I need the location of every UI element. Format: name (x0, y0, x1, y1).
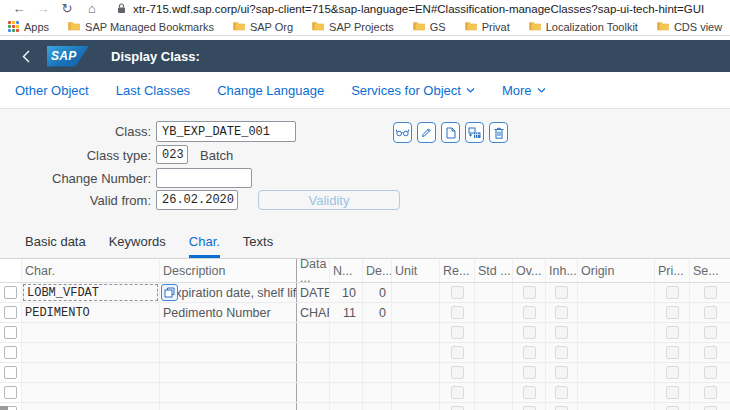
char-cell[interactable] (22, 403, 160, 410)
header-number[interactable]: N... (330, 259, 363, 282)
char-cell[interactable] (22, 383, 160, 402)
description-cell (160, 383, 297, 402)
header-char[interactable]: Char. (22, 259, 160, 282)
apps-shortcut[interactable]: Apps (8, 21, 49, 33)
decimals-cell (363, 343, 392, 362)
print-checkbox (666, 366, 679, 379)
unit-cell (392, 323, 440, 342)
reload-icon[interactable]: ↻ (55, 0, 79, 18)
display-button[interactable] (393, 122, 412, 143)
bookmarks-bar: Apps SAP Managed Bookmarks SAP Org SAP P… (0, 18, 730, 35)
header-inherited[interactable]: Inh... (546, 259, 578, 282)
row-select-checkbox[interactable] (4, 326, 17, 339)
header-decimals[interactable]: De... (363, 259, 392, 282)
header-required[interactable]: Re... (440, 259, 475, 282)
unit-cell (392, 363, 440, 382)
print-checkbox (666, 306, 679, 319)
copy-button[interactable] (441, 122, 460, 143)
row-select-checkbox[interactable] (4, 346, 17, 359)
folder-icon (413, 21, 425, 33)
header-print[interactable]: Pri... (655, 259, 690, 282)
delete-button[interactable] (489, 122, 508, 143)
char-cell[interactable] (22, 363, 160, 382)
bookmark-folder[interactable]: CDS view (657, 21, 722, 33)
decimals-cell: 0 (363, 303, 392, 322)
char-cell[interactable]: LOBM_VFDAT (23, 284, 158, 301)
address-bar[interactable]: xtr-715.wdf.sap.corp/ui?sap-client=715&s… (117, 0, 704, 18)
bookmark-folder[interactable]: SAP Projects (312, 21, 394, 33)
decimals-cell (363, 363, 392, 382)
header-description[interactable]: Description (160, 259, 297, 282)
back-icon[interactable]: ← (7, 0, 31, 18)
class-input[interactable]: YB_EXP_DATE_001 (156, 121, 296, 142)
class-type-input[interactable]: 023 (156, 145, 188, 164)
copy-class-button[interactable] (465, 122, 484, 143)
row-select-checkbox[interactable] (4, 286, 17, 299)
class-type-label: Class type: (0, 148, 151, 163)
header-overwrite[interactable]: Ov... (513, 259, 546, 282)
description-cell: Expiration date, shelf life (160, 286, 297, 300)
std-value-cell (475, 363, 513, 382)
data-type-cell: DATE (297, 283, 330, 302)
lock-icon[interactable] (117, 0, 126, 18)
char-cell[interactable]: PEDIMENTO (22, 303, 160, 322)
header-data-type[interactable]: Data ... (297, 259, 330, 282)
edit-button[interactable] (417, 122, 436, 143)
class-header-form: Class: YB_EXP_DATE_001 Class type: 023 (0, 109, 730, 227)
row-select-checkbox[interactable] (4, 306, 17, 319)
print-checkbox (666, 406, 679, 410)
bookmark-folder[interactable]: SAP Org (233, 21, 293, 33)
std-value-cell (475, 303, 513, 322)
char-cell[interactable] (22, 323, 160, 342)
sap-shellbar: SAP Display Class: (0, 40, 730, 72)
class-label: Class: (0, 124, 151, 139)
validity-button[interactable]: Validity (258, 190, 400, 210)
menu-change-language[interactable]: Change Language (217, 83, 324, 98)
required-checkbox (451, 306, 464, 319)
back-chevron-icon[interactable] (22, 50, 30, 63)
table-row-empty (0, 323, 730, 343)
glasses-icon (396, 128, 409, 137)
open-values-icon[interactable] (161, 284, 178, 301)
std-value-cell (475, 383, 513, 402)
tab-keywords[interactable]: Keywords (109, 234, 166, 258)
menu-more[interactable]: More (502, 83, 546, 98)
origin-cell (578, 403, 655, 410)
menu-services-for-object[interactable]: Services for Object (351, 83, 475, 98)
valid-from-input[interactable]: 26.02.2020 (156, 190, 238, 210)
characteristics-table: Char. Description Data ... N... De... Un… (0, 259, 730, 410)
row-select-checkbox[interactable] (4, 366, 17, 379)
header-search[interactable]: Se... (690, 259, 730, 282)
overwrite-checkbox (523, 286, 536, 299)
menu-other-object[interactable]: Other Object (15, 83, 89, 98)
search-checkbox (704, 306, 717, 319)
menu-last-classes[interactable]: Last Classes (116, 83, 190, 98)
bookmark-folder[interactable]: Localization Toolkit (529, 21, 638, 33)
bookmark-folder[interactable]: Privat (465, 21, 510, 33)
browser-chrome: ← → ↻ ⌂ xtr-715.wdf.sap.corp/ui?sap-clie… (0, 0, 730, 36)
header-unit[interactable]: Unit (392, 259, 440, 282)
sap-logo-text: SAP (51, 49, 77, 63)
print-checkbox (666, 286, 679, 299)
tab-char[interactable]: Char. (189, 234, 220, 258)
valid-from-label: Valid from: (0, 193, 151, 208)
change-number-input[interactable] (156, 168, 252, 188)
header-origin[interactable]: Origin (578, 259, 655, 282)
origin-cell (578, 323, 655, 342)
overwrite-checkbox (523, 306, 536, 319)
home-icon[interactable]: ⌂ (79, 0, 105, 18)
char-cell[interactable] (22, 343, 160, 362)
header-std-value[interactable]: Std ... (475, 259, 513, 282)
table-row: PEDIMENTO Pedimento Number CHAR 11 0 (0, 303, 730, 323)
url-text[interactable]: xtr-715.wdf.sap.corp/ui?sap-client=715&s… (133, 3, 704, 15)
decimals-cell (363, 403, 392, 410)
tab-texts[interactable]: Texts (243, 234, 273, 258)
tab-basic-data[interactable]: Basic data (25, 234, 86, 258)
bookmark-folder[interactable]: SAP Managed Bookmarks (68, 21, 214, 33)
class-type-text: Batch (200, 148, 233, 163)
row-select-checkbox[interactable] (4, 386, 17, 399)
browser-nav-row: ← → ↻ ⌂ xtr-715.wdf.sap.corp/ui?sap-clie… (0, 0, 730, 18)
bookmark-folder[interactable]: GS (413, 21, 446, 33)
print-checkbox (666, 326, 679, 339)
data-type-cell (297, 343, 330, 362)
